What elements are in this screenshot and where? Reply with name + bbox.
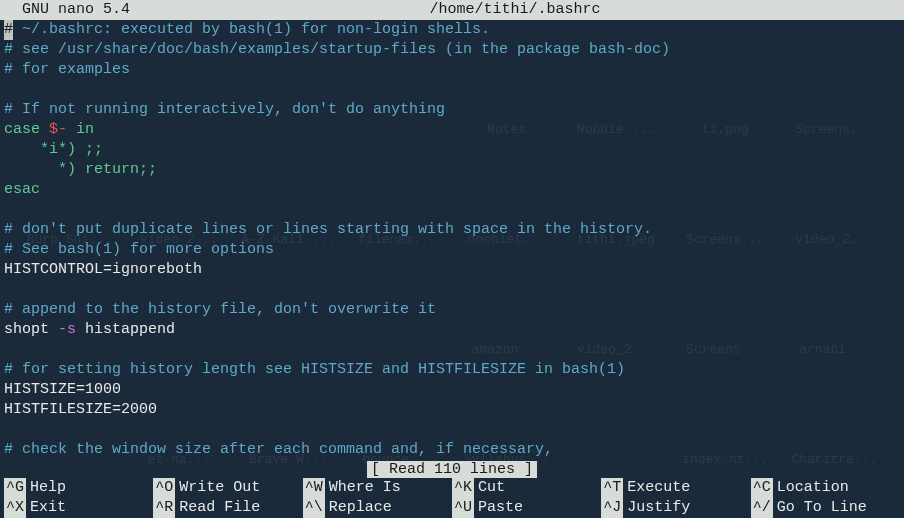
shortcut-label: Write Out — [175, 478, 260, 498]
app-name: GNU nano 5.4 — [4, 0, 130, 20]
code-line[interactable] — [4, 200, 900, 220]
code-line[interactable]: case $- in — [4, 120, 900, 140]
code-segment: $- — [49, 121, 67, 138]
shortcut-label: Read File — [175, 498, 260, 518]
code-segment: ~/.bashrc: executed by bash(1) for non-l… — [13, 21, 490, 38]
shortcut-label: Go To Line — [773, 498, 867, 518]
shortcut-key: ^W — [303, 478, 325, 498]
shortcut-item[interactable]: ^GHelp — [4, 478, 153, 498]
shortcut-key: ^J — [601, 498, 623, 518]
shortcut-label: Exit — [26, 498, 66, 518]
code-line[interactable]: # for examples — [4, 60, 900, 80]
nano-titlebar: GNU nano 5.4 /home/tithi/.bashrc — [0, 0, 904, 20]
code-segment: *i*) ;; — [40, 141, 103, 158]
code-segment: # check the window size after each comma… — [4, 441, 553, 458]
shortcut-key: ^O — [153, 478, 175, 498]
shortcut-item[interactable]: ^WWhere Is — [303, 478, 452, 498]
shortcut-label: Justify — [623, 498, 690, 518]
shortcut-key: ^U — [452, 498, 474, 518]
code-line[interactable]: # See bash(1) for more options — [4, 240, 900, 260]
code-segment: # See bash(1) for more options — [4, 241, 274, 258]
shortcut-label: Paste — [474, 498, 523, 518]
code-segment: HISTSIZE=1000 — [4, 381, 121, 398]
code-segment: ;; — [139, 161, 157, 178]
code-segment: -s — [58, 321, 76, 338]
shortcut-key: ^X — [4, 498, 26, 518]
code-line[interactable]: HISTCONTROL=ignoreboth — [4, 260, 900, 280]
code-segment: case — [4, 121, 49, 138]
shortcut-item[interactable]: ^CLocation — [751, 478, 900, 498]
shortcut-item[interactable]: ^\Replace — [303, 498, 452, 518]
code-line[interactable]: *) return;; — [4, 160, 900, 180]
code-line[interactable]: esac — [4, 180, 900, 200]
shortcut-key: ^\ — [303, 498, 325, 518]
code-line[interactable]: # append to the history file, don't over… — [4, 300, 900, 320]
code-segment: return — [85, 161, 139, 178]
shortcut-item[interactable]: ^UPaste — [452, 498, 601, 518]
shortcut-label: Replace — [325, 498, 392, 518]
shortcut-label: Where Is — [325, 478, 401, 498]
shortcut-item[interactable]: ^/Go To Line — [751, 498, 900, 518]
code-segment: shopt — [4, 321, 58, 338]
code-line[interactable]: # ~/.bashrc: executed by bash(1) for non… — [4, 20, 900, 40]
code-line[interactable]: HISTFILESIZE=2000 — [4, 400, 900, 420]
status-line: [ Read 110 lines ] — [0, 460, 904, 480]
code-line[interactable]: # see /usr/share/doc/bash/examples/start… — [4, 40, 900, 60]
code-segment — [4, 161, 58, 178]
code-segment: # for examples — [4, 61, 130, 78]
shortcut-key: ^C — [751, 478, 773, 498]
shortcut-key: ^K — [452, 478, 474, 498]
shortcut-item[interactable]: ^KCut — [452, 478, 601, 498]
code-segment: *) — [58, 161, 85, 178]
code-segment: esac — [4, 181, 40, 198]
status-message: [ Read 110 lines ] — [367, 461, 537, 478]
code-line[interactable] — [4, 280, 900, 300]
code-line[interactable]: # don't put duplicate lines or lines sta… — [4, 220, 900, 240]
code-line[interactable]: HISTSIZE=1000 — [4, 380, 900, 400]
shortcut-bar: ^GHelp^OWrite Out^WWhere Is^KCut^TExecut… — [0, 478, 904, 518]
shortcut-label: Help — [26, 478, 66, 498]
code-line[interactable]: *i*) ;; — [4, 140, 900, 160]
code-line[interactable] — [4, 80, 900, 100]
shortcut-label: Location — [773, 478, 849, 498]
code-segment: # don't put duplicate lines or lines sta… — [4, 221, 652, 238]
shortcut-item[interactable]: ^JJustify — [601, 498, 750, 518]
shortcut-item[interactable]: ^TExecute — [601, 478, 750, 498]
file-path: /home/tithi/.bashrc — [130, 0, 900, 20]
code-segment: # for setting history length see HISTSIZ… — [4, 361, 625, 378]
code-segment: # see /usr/share/doc/bash/examples/start… — [4, 41, 670, 58]
code-line[interactable]: # check the window size after each comma… — [4, 440, 900, 460]
code-line[interactable]: # for setting history length see HISTSIZ… — [4, 360, 900, 380]
code-segment: HISTCONTROL=ignoreboth — [4, 261, 202, 278]
code-segment: HISTFILESIZE=2000 — [4, 401, 157, 418]
code-segment: in — [67, 121, 94, 138]
editor-area[interactable]: # ~/.bashrc: executed by bash(1) for non… — [0, 20, 904, 460]
shortcut-label: Cut — [474, 478, 505, 498]
code-segment: # append to the history file, don't over… — [4, 301, 436, 318]
code-segment: histappend — [76, 321, 175, 338]
shortcut-label: Execute — [623, 478, 690, 498]
shortcut-item[interactable]: ^RRead File — [153, 498, 302, 518]
shortcut-item[interactable]: ^XExit — [4, 498, 153, 518]
code-segment — [4, 141, 40, 158]
shortcut-key: ^/ — [751, 498, 773, 518]
code-line[interactable]: shopt -s histappend — [4, 320, 900, 340]
code-segment: # — [4, 20, 13, 40]
shortcut-key: ^R — [153, 498, 175, 518]
code-line[interactable] — [4, 420, 900, 440]
code-line[interactable]: # If not running interactively, don't do… — [4, 100, 900, 120]
shortcut-key: ^G — [4, 478, 26, 498]
code-line[interactable] — [4, 340, 900, 360]
code-segment: # If not running interactively, don't do… — [4, 101, 445, 118]
shortcut-item[interactable]: ^OWrite Out — [153, 478, 302, 498]
shortcut-key: ^T — [601, 478, 623, 498]
